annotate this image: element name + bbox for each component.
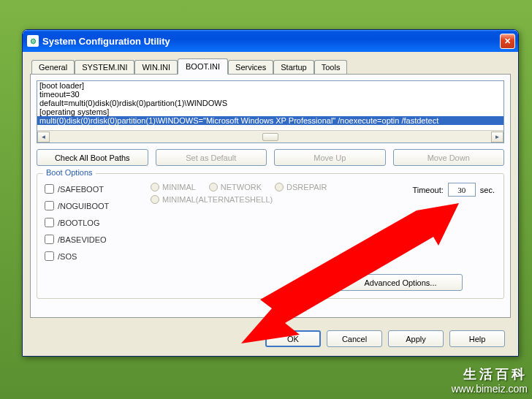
minimal-radio: MINIMAL <box>151 183 196 191</box>
ini-line[interactable]: [boot loader] <box>37 81 503 90</box>
msconfig-window: ⚙ System Configuration Utility ✕ General… <box>22 29 519 357</box>
checkbox-input[interactable] <box>45 184 54 194</box>
minimal-altshell-radio: MINIMAL(ALTERNATESHELL) <box>151 195 273 204</box>
radio-icon <box>209 183 218 191</box>
tab-winini[interactable]: WIN.INI <box>134 60 178 74</box>
watermark: 生活百科 www.bimeiz.com <box>452 365 528 395</box>
safeboot-checkbox[interactable]: /SAFEBOOT <box>45 184 109 194</box>
set-as-default-button: Set as Default <box>156 149 267 166</box>
tab-startup[interactable]: Startup <box>273 60 314 74</box>
safeboot-radios: MINIMAL NETWORK DSREPAIR MINIMAL(ALTERNA… <box>151 183 327 208</box>
horizontal-scrollbar[interactable]: ◄ ► <box>37 130 503 142</box>
move-up-button: Move Up <box>274 149 386 166</box>
boot-options-group: Boot Options /SAFEBOOT /NOGUIBOOT /BOOTL… <box>37 173 504 299</box>
tab-strip: General SYSTEM.INI WIN.INI BOOT.INI Serv… <box>30 58 511 74</box>
checkbox-input[interactable] <box>45 201 54 210</box>
bootini-listbox[interactable]: [boot loader] timeout=30 default=multi(0… <box>37 80 504 143</box>
timeout-suffix: sec. <box>480 186 495 194</box>
tab-systemini[interactable]: SYSTEM.INI <box>75 60 134 74</box>
move-down-button: Move Down <box>393 149 505 166</box>
bootini-button-row: Check All Boot Paths Set as Default Move… <box>37 149 504 166</box>
timeout-label: Timeout: <box>412 186 443 194</box>
noguiboot-checkbox[interactable]: /NOGUIBOOT <box>45 201 109 210</box>
sos-checkbox[interactable]: /SOS <box>45 251 109 261</box>
radio-icon <box>275 183 284 191</box>
bootlog-checkbox[interactable]: /BOOTLOG <box>45 218 109 227</box>
watermark-line2: www.bimeiz.com <box>452 383 528 395</box>
tab-general[interactable]: General <box>31 60 75 74</box>
tab-tools[interactable]: Tools <box>314 60 348 74</box>
dialog-buttons: OK Cancel Apply Help <box>265 330 505 347</box>
bootini-page: [boot loader] timeout=30 default=multi(0… <box>30 74 511 318</box>
apply-button[interactable]: Apply <box>388 330 444 347</box>
client-area: General SYSTEM.INI WIN.INI BOOT.INI Serv… <box>23 52 518 356</box>
help-button[interactable]: Help <box>449 330 505 347</box>
close-icon: ✕ <box>504 37 511 46</box>
window-title: System Configuration Utility <box>42 36 170 47</box>
timeout-field: Timeout: sec. <box>412 183 495 197</box>
tab-bootini[interactable]: BOOT.INI <box>178 58 228 75</box>
close-button[interactable]: ✕ <box>500 34 515 49</box>
checkbox-input[interactable] <box>45 218 54 227</box>
ini-line[interactable]: [operating systems] <box>37 107 503 116</box>
scroll-thumb[interactable] <box>262 133 278 141</box>
ok-button[interactable]: OK <box>265 330 321 347</box>
scroll-left-icon[interactable]: ◄ <box>37 132 50 142</box>
advanced-options-button[interactable]: Advanced Options... <box>338 274 463 291</box>
checkbox-input[interactable] <box>45 251 54 261</box>
app-icon: ⚙ <box>27 35 39 47</box>
check-all-boot-paths-button[interactable]: Check All Boot Paths <box>37 149 148 166</box>
basevideo-checkbox[interactable]: /BASEVIDEO <box>45 235 109 244</box>
ini-line[interactable]: default=multi(0)disk(0)rdisk(0)partition… <box>37 99 503 107</box>
titlebar[interactable]: ⚙ System Configuration Utility ✕ <box>23 30 518 52</box>
boot-options-legend: Boot Options <box>43 168 96 177</box>
boot-option-checks: /SAFEBOOT /NOGUIBOOT /BOOTLOG /BASEVIDEO… <box>45 184 109 261</box>
cancel-button[interactable]: Cancel <box>327 330 382 347</box>
scroll-right-icon[interactable]: ► <box>491 132 503 142</box>
ini-line-selected[interactable]: multi(0)disk(0)rdisk(0)partition(1)\WIND… <box>37 116 503 125</box>
network-radio: NETWORK <box>209 183 262 191</box>
timeout-input[interactable] <box>448 183 476 197</box>
radio-icon <box>151 183 159 191</box>
dsrepair-radio: DSREPAIR <box>275 183 327 191</box>
scroll-track[interactable] <box>50 133 491 141</box>
tab-services[interactable]: Services <box>228 60 273 74</box>
checkbox-input[interactable] <box>45 235 54 244</box>
ini-line[interactable]: timeout=30 <box>37 90 503 99</box>
watermark-line1: 生活百科 <box>452 365 528 383</box>
radio-icon <box>151 195 159 204</box>
